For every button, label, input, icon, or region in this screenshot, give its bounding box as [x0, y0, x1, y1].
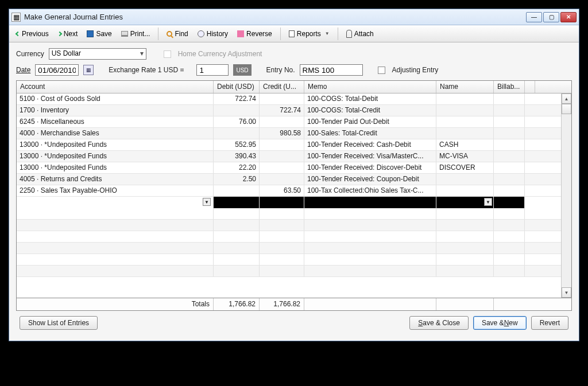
- save-close-button[interactable]: Save & Close: [409, 316, 469, 330]
- adjusting-entry-label: Adjusting Entry: [392, 66, 439, 74]
- table-row[interactable]: 4000 · Merchandise Sales980.58100-Sales:…: [17, 128, 561, 139]
- journal-window: ▦ Make General Journal Entries — ▢ ✕ Pre…: [9, 9, 579, 341]
- table-row[interactable]: 1700 · Inventory722.74100-COGS: Total-Cr…: [17, 105, 561, 116]
- history-icon: [198, 30, 204, 37]
- table-row[interactable]: [17, 254, 561, 266]
- save-new-button[interactable]: Save & New: [473, 316, 527, 330]
- totals-row: Totals 1,766.82 1,766.82: [17, 298, 571, 310]
- minimize-button[interactable]: —: [526, 12, 542, 22]
- table-row[interactable]: 2250 · Sales Tax Payable-OHIO63.50100-Ta…: [17, 185, 561, 197]
- toolbar: Previous Next Save Print... Find History…: [9, 25, 579, 42]
- home-currency-label: Home Currency Adjustment: [178, 50, 262, 58]
- col-billable[interactable]: Billab...: [494, 81, 525, 93]
- table-row[interactable]: [17, 243, 561, 254]
- reports-button[interactable]: Reports▼: [285, 29, 333, 39]
- revert-button[interactable]: Revert: [531, 316, 568, 330]
- print-icon: [121, 31, 128, 37]
- entry-no-field[interactable]: [300, 64, 363, 76]
- attach-icon: [346, 30, 352, 38]
- titlebar[interactable]: ▦ Make General Journal Entries — ▢ ✕: [9, 9, 579, 25]
- table-row[interactable]: 6245 · Miscellaneous76.00100-Tender Paid…: [17, 116, 561, 128]
- table-row[interactable]: 13000 · *Undeposited Funds390.43100-Tend…: [17, 151, 561, 162]
- maximize-button[interactable]: ▢: [543, 12, 559, 22]
- adjusting-entry-checkbox[interactable]: [378, 67, 385, 74]
- arrow-right-icon: [57, 31, 61, 36]
- vertical-scrollbar[interactable]: ▲ ▼: [561, 93, 571, 298]
- home-currency-checkbox: [164, 50, 171, 58]
- table-row[interactable]: [17, 266, 561, 277]
- totals-label: Totals: [17, 298, 214, 310]
- attach-button[interactable]: Attach: [343, 29, 377, 39]
- print-button[interactable]: Print...: [118, 29, 154, 39]
- col-credit[interactable]: Credit (U...: [260, 81, 304, 93]
- col-name[interactable]: Name: [436, 81, 494, 93]
- table-row[interactable]: 13000 · *Undeposited Funds552.95100-Tend…: [17, 139, 561, 151]
- window-title: Make General Journal Entries: [24, 13, 526, 21]
- account-dropdown[interactable]: ▼: [203, 198, 211, 206]
- save-button[interactable]: Save: [83, 29, 115, 39]
- scroll-down-button[interactable]: ▼: [562, 287, 571, 298]
- close-button[interactable]: ✕: [560, 12, 577, 22]
- footer: Show List of Entries Save & Close Save &…: [16, 311, 572, 335]
- next-button[interactable]: Next: [55, 29, 82, 39]
- search-icon: [167, 31, 172, 37]
- find-button[interactable]: Find: [163, 29, 191, 39]
- table-row[interactable]: 5100 · Cost of Goods Sold722.74100-COGS:…: [17, 93, 561, 105]
- table-row[interactable]: 13000 · *Undeposited Funds22.20100-Tende…: [17, 162, 561, 174]
- date-field[interactable]: [35, 64, 79, 76]
- arrow-left-icon: [16, 31, 20, 36]
- scroll-thumb[interactable]: [562, 104, 571, 114]
- exchange-currency-button[interactable]: USD: [233, 64, 251, 76]
- history-button[interactable]: History: [194, 29, 231, 39]
- exchange-rate-label: Exchange Rate 1 USD =: [109, 66, 184, 74]
- name-dropdown[interactable]: ▼: [484, 198, 492, 206]
- total-debit: 1,766.82: [214, 298, 260, 310]
- table-row[interactable]: [17, 220, 561, 231]
- reports-icon: [289, 30, 295, 37]
- save-icon: [87, 30, 94, 37]
- exchange-rate-field[interactable]: [196, 64, 229, 76]
- col-memo[interactable]: Memo: [304, 81, 436, 93]
- show-list-button[interactable]: Show List of Entries: [20, 316, 98, 330]
- col-debit[interactable]: Debit (USD): [214, 81, 260, 93]
- grid-header: Account Debit (USD) Credit (U... Memo Na…: [17, 81, 571, 93]
- calendar-button[interactable]: ▦: [83, 65, 94, 75]
- total-credit: 1,766.82: [260, 298, 304, 310]
- entry-no-label: Entry No.: [266, 66, 295, 74]
- currency-select[interactable]: US Dollar: [49, 48, 146, 60]
- app-icon: ▦: [11, 13, 21, 22]
- table-row[interactable]: [17, 208, 561, 220]
- scroll-up-button[interactable]: ▲: [562, 93, 571, 104]
- reverse-button[interactable]: Reverse: [234, 29, 276, 39]
- previous-button[interactable]: Previous: [13, 29, 52, 39]
- col-account[interactable]: Account: [17, 81, 214, 93]
- table-row[interactable]: 4005 · Returns and Credits2.50100-Tender…: [17, 174, 561, 185]
- grid-body[interactable]: 5100 · Cost of Goods Sold722.74100-COGS:…: [17, 93, 561, 298]
- currency-label: Currency: [16, 50, 44, 58]
- new-entry-row[interactable]: ▼▼: [17, 197, 561, 208]
- table-row[interactable]: [17, 231, 561, 243]
- journal-grid: Account Debit (USD) Credit (U... Memo Na…: [16, 80, 572, 311]
- reverse-icon: [237, 30, 244, 37]
- date-label[interactable]: Date: [16, 66, 30, 74]
